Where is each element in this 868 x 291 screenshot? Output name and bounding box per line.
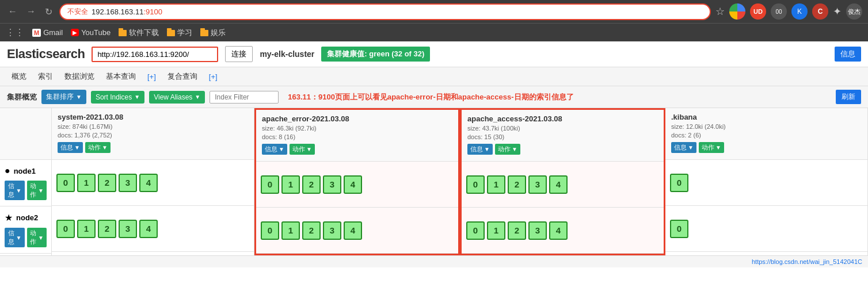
bookmark-software[interactable]: 软件下载 bbox=[119, 28, 159, 38]
bookmark-youtube-label: YouTube bbox=[81, 28, 111, 37]
bookmark-gmail[interactable]: M Gmail bbox=[32, 28, 63, 37]
shard-box: 3 bbox=[528, 175, 547, 194]
chrome-icon bbox=[729, 3, 745, 20]
es-url-input[interactable] bbox=[92, 47, 218, 62]
index-kibana-size: size: 12.0ki (24.0ki) bbox=[671, 123, 862, 130]
refresh-button[interactable]: 刷新 bbox=[836, 90, 861, 104]
index-apache-error-header: apache_error-2021.03.08 size: 46.3ki (92… bbox=[256, 110, 458, 162]
index-apache-error-docs: docs: 8 (16) bbox=[262, 133, 452, 140]
index-apache-access-docs: docs: 15 (30) bbox=[467, 133, 658, 140]
index-apache-error-size: size: 46.3ki (92.7ki) bbox=[262, 125, 452, 132]
index-system-info-btn[interactable]: 信息 ▼ bbox=[58, 142, 83, 153]
tab-basic-add[interactable]: [+] bbox=[143, 71, 161, 83]
url-bar[interactable]: 不安全 192.168.163.11:9100 bbox=[59, 3, 711, 20]
forward-button[interactable]: → bbox=[24, 5, 38, 18]
bookmark-youtube[interactable]: ▶ YouTube bbox=[71, 28, 111, 37]
shard-box: 1 bbox=[77, 220, 96, 238]
cluster-sort-button[interactable]: 集群排序 ▼ bbox=[41, 90, 86, 104]
bookmark-star-icon[interactable]: ☆ bbox=[715, 5, 725, 18]
index-apache-error-name: apache_error-2021.03.08 bbox=[262, 114, 452, 123]
index-apache-error-info-btn[interactable]: 信息 ▼ bbox=[262, 144, 287, 155]
bookmark-study-label: 学习 bbox=[177, 28, 192, 38]
extensions-puzzle-icon[interactable]: ✦ bbox=[833, 5, 842, 18]
chevron-down-icon: ▼ bbox=[134, 94, 140, 100]
node2-star-icon: ★ bbox=[5, 212, 13, 223]
index-apache-access-action-btn[interactable]: 动作 ▼ bbox=[495, 144, 520, 155]
sort-indices-button[interactable]: Sort Indices ▼ bbox=[91, 91, 144, 104]
shard-box: 0 bbox=[670, 174, 688, 192]
reload-button[interactable]: ↻ bbox=[43, 5, 55, 18]
back-button[interactable]: ← bbox=[6, 5, 20, 18]
shard-box: 0 bbox=[261, 175, 279, 194]
insecure-label: 不安全 bbox=[67, 7, 88, 17]
tab-compound-query[interactable]: 复合查询 bbox=[163, 70, 202, 83]
node1-action-button[interactable]: 动作 ▼ bbox=[27, 181, 47, 200]
footer: https://blog.csdn.net/wai_jin_5142041C bbox=[0, 255, 868, 267]
info-top-button[interactable]: 信息 bbox=[835, 47, 861, 62]
extensions-icon[interactable]: K bbox=[791, 3, 808, 20]
shard-box: 0 bbox=[466, 221, 485, 240]
index-kibana: .kibana size: 12.0ki (24.0ki) docs: 2 (6… bbox=[665, 108, 868, 255]
tab-index[interactable]: 索引 bbox=[33, 70, 58, 83]
bookmark-study[interactable]: 学习 bbox=[167, 28, 192, 38]
health-badge: 集群健康值: green (32 of 32) bbox=[321, 47, 430, 62]
shard-box: 4 bbox=[139, 174, 158, 192]
apps-grid-icon[interactable]: ⋮⋮ bbox=[6, 27, 24, 38]
nav-tabs: 概览 索引 数据浏览 基本查询 [+] 复合查询 [+] bbox=[0, 67, 868, 86]
index-columns: system-2021.03.08 size: 874ki (1.67Mi) d… bbox=[52, 108, 868, 255]
shard-box: 4 bbox=[344, 221, 362, 240]
profile-gray-icon[interactable]: 00 bbox=[771, 3, 787, 20]
chevron-down-icon: ▼ bbox=[38, 187, 44, 194]
connect-button[interactable]: 连接 bbox=[225, 46, 253, 62]
node1-icon: ● bbox=[5, 166, 10, 176]
index-kibana-node2-shards: 0 bbox=[665, 206, 867, 252]
index-kibana-info-btn[interactable]: 信息 ▼ bbox=[671, 142, 696, 153]
shard-box: 2 bbox=[508, 175, 526, 194]
chevron-down-icon: ▼ bbox=[306, 146, 312, 152]
bookmarks-bar: ⋮⋮ M Gmail ▶ YouTube 软件下载 学习 娱乐 bbox=[0, 23, 868, 41]
user-avatar[interactable]: 俊杰 bbox=[846, 3, 862, 20]
tab-data-browse[interactable]: 数据浏览 bbox=[60, 70, 99, 83]
index-system-action-btn[interactable]: 动作 ▼ bbox=[85, 142, 111, 153]
shard-box: 3 bbox=[528, 221, 547, 240]
view-aliases-button[interactable]: View Aliases ▼ bbox=[149, 91, 205, 104]
folder-icon bbox=[200, 30, 208, 36]
section-label: 集群概览 bbox=[7, 92, 37, 102]
crx-icon[interactable]: C bbox=[812, 3, 828, 20]
shard-box: 1 bbox=[487, 221, 505, 240]
tab-basic-query[interactable]: 基本查询 bbox=[101, 70, 140, 83]
tab-compound-add[interactable]: [+] bbox=[204, 71, 222, 83]
node1-name: node1 bbox=[14, 167, 36, 175]
chevron-down-icon: ▼ bbox=[512, 146, 517, 152]
index-system: system-2021.03.08 size: 874ki (1.67Mi) d… bbox=[52, 108, 254, 255]
node1-info-button[interactable]: 信息 ▼ bbox=[5, 181, 25, 200]
shard-box: 2 bbox=[98, 174, 116, 192]
shard-box: 0 bbox=[670, 220, 688, 238]
app-title: Elasticsearch bbox=[7, 47, 85, 62]
node2-name: node2 bbox=[16, 213, 38, 222]
index-apache-access-name: apache_access-2021.03.08 bbox=[467, 114, 658, 123]
folder-icon bbox=[167, 30, 175, 36]
tab-overview[interactable]: 概览 bbox=[7, 70, 31, 83]
profile-ud-icon[interactable]: UD bbox=[750, 3, 766, 20]
shard-box: 3 bbox=[323, 175, 341, 194]
url-text: 192.168.163.11:9100 bbox=[92, 7, 162, 16]
index-kibana-action-btn[interactable]: 动作 ▼ bbox=[699, 142, 724, 153]
shard-box: 0 bbox=[466, 175, 485, 194]
shard-box: 2 bbox=[302, 175, 321, 194]
footer-url: https://blog.csdn.net/wai_jin_5142041C bbox=[752, 258, 862, 265]
node2-action-button[interactable]: 动作 ▼ bbox=[27, 228, 47, 247]
index-apache-error-action-btn[interactable]: 动作 ▼ bbox=[290, 144, 315, 155]
index-apache-access-info-btn[interactable]: 信息 ▼ bbox=[467, 144, 493, 155]
node2-info-button[interactable]: 信息 ▼ bbox=[5, 228, 25, 247]
index-apache-access-header: apache_access-2021.03.08 size: 43.7ki (1… bbox=[462, 110, 664, 162]
index-filter-input[interactable] bbox=[210, 91, 279, 104]
app-header: Elasticsearch 连接 my-elk-cluster 集群健康值: g… bbox=[0, 41, 868, 67]
index-apache-error: apache_error-2021.03.08 size: 46.3ki (92… bbox=[254, 108, 460, 255]
bookmark-entertainment[interactable]: 娱乐 bbox=[200, 28, 226, 38]
index-apache-error-node1-shards: 0 1 2 3 4 bbox=[256, 162, 458, 208]
index-apache-access-node1-shards: 0 1 2 3 4 bbox=[462, 162, 664, 208]
shard-box: 4 bbox=[549, 221, 568, 240]
index-apache-error-node2-shards: 0 1 2 3 4 bbox=[256, 208, 458, 254]
notice-text: 163.11：9100页面上可以看见apache-error-日期和apache… bbox=[288, 92, 573, 102]
